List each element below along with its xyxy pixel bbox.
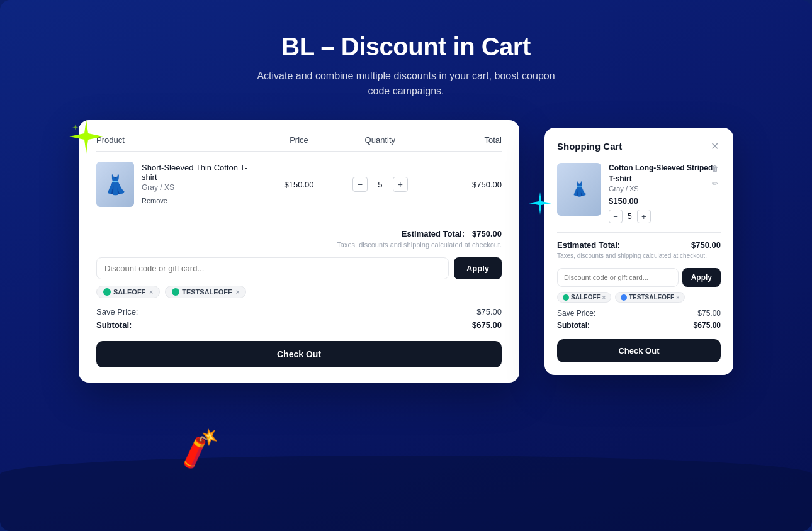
sc-quantity-value: 5 <box>628 212 632 221</box>
sc-delete-button[interactable]: 🗑 <box>709 163 721 174</box>
cart-summary: Estimated Total: $750.00 Taxes, discount… <box>96 220 502 367</box>
product-details: Short-Sleeved Thin Cotton T-shirt Gray /… <box>142 163 259 206</box>
subtotal-label: Subtotal: <box>96 320 132 330</box>
sc-header: Shopping Cart ✕ <box>557 140 721 153</box>
sc-save-row: Save Price: $75.00 <box>557 309 721 318</box>
sc-estimated-label: Estimated Total: <box>557 240 620 250</box>
cart-card-left: Product Price Quantity Total 👗 Short-Sle… <box>79 120 519 383</box>
estimated-total-row: Estimated Total: $750.00 <box>96 229 502 238</box>
tag-close-button[interactable]: × <box>149 289 153 296</box>
sc-edit-button[interactable]: ✏ <box>709 178 721 189</box>
sc-subtotal-label: Subtotal: <box>557 321 590 330</box>
tag-close-button-2[interactable]: × <box>236 289 240 296</box>
checkout-button[interactable]: Check Out <box>96 341 502 367</box>
sc-product-variant: Gray / XS <box>609 185 721 193</box>
sc-save-label: Save Price: <box>557 309 595 318</box>
sc-tag-testsaleoff: TESTSALEOFF × <box>615 292 685 303</box>
quantity-value: 5 <box>374 180 386 189</box>
sc-tag-icon-2 <box>621 294 627 301</box>
sc-product-image: 👗 <box>557 163 601 216</box>
product-price: $150.00 <box>259 180 340 189</box>
save-price-amount: $75.00 <box>476 307 502 316</box>
tag-label: SALEOFF <box>113 288 145 296</box>
sc-title: Shopping Cart <box>557 141 622 152</box>
save-price-row: Save Price: $75.00 <box>96 307 502 316</box>
dynamite-icon: 🧨 <box>176 427 223 471</box>
sc-tag-label-2: TESTSALEOFF <box>629 294 674 301</box>
tag-icon <box>103 288 111 296</box>
sc-close-button[interactable]: ✕ <box>708 140 721 153</box>
sc-tag-close-2[interactable]: × <box>676 294 679 301</box>
sc-product-name: Cotton Long-Sleeved Striped T-shirt <box>609 163 721 184</box>
table-header: Product Price Quantity Total <box>96 135 502 152</box>
sc-tag-close-1[interactable]: × <box>602 294 606 301</box>
sc-tag-label-1: SALEOFF <box>571 294 601 301</box>
tag-testsaleoff: TESTSALEOFF × <box>165 286 246 298</box>
sc-quantity-control: − 5 + <box>609 210 721 223</box>
product-variant: Gray / XS <box>142 183 259 192</box>
sc-estimated-amount: $750.00 <box>691 240 721 250</box>
product-image: 👗 <box>96 162 134 207</box>
tags-row: SALEOFF × TESTSALEOFF × <box>96 286 502 298</box>
sc-tag-saleoff: SALEOFF × <box>557 292 611 303</box>
col-quantity: Quantity <box>339 135 420 145</box>
sc-tags-row: SALEOFF × TESTSALEOFF × <box>557 292 721 303</box>
sc-quantity-decrease-button[interactable]: − <box>609 210 623 223</box>
spark-cyan-icon <box>529 192 551 219</box>
cart-card-right: Shopping Cart ✕ 👗 Cotton Long-Sleeved St… <box>544 128 733 376</box>
page-title: BL – Discount in Cart <box>249 33 563 61</box>
sc-subtotal-amount: $675.00 <box>694 321 721 330</box>
sc-discount-input[interactable] <box>557 268 679 287</box>
apply-button[interactable]: Apply <box>454 257 502 279</box>
discount-input-row: Apply <box>96 257 502 279</box>
sc-subtotal-row: Subtotal: $675.00 <box>557 321 721 330</box>
sc-product-price: $150.00 <box>609 196 721 206</box>
sc-product-row: 👗 Cotton Long-Sleeved Striped T-shirt Gr… <box>557 163 721 224</box>
sc-discount-row: Apply <box>557 268 721 287</box>
estimated-total-label: Estimated Total: <box>402 229 465 238</box>
tax-note: Taxes, discounts and shipping calculated… <box>96 241 502 249</box>
wave-decoration <box>0 456 812 531</box>
cards-row: Product Price Quantity Total 👗 Short-Sle… <box>41 120 771 383</box>
sc-summary: Estimated Total: $750.00 Taxes, discount… <box>557 232 721 362</box>
product-total: $750.00 <box>420 180 502 189</box>
sc-estimated-row: Estimated Total: $750.00 <box>557 240 721 250</box>
subtotal-amount: $675.00 <box>472 320 502 330</box>
sc-quantity-increase-button[interactable]: + <box>637 210 651 223</box>
quantity-control: − 5 + <box>339 177 420 192</box>
background: 🧨 BL – Discount in Cart Activate and com… <box>0 0 812 531</box>
sc-save-amount: $75.00 <box>697 309 721 318</box>
quantity-decrease-button[interactable]: − <box>352 177 368 192</box>
estimated-total-amount: $750.00 <box>472 229 502 238</box>
col-product: Product <box>96 135 259 145</box>
page-header: BL – Discount in Cart Activate and combi… <box>249 0 563 114</box>
subtotal-row: Subtotal: $675.00 <box>96 320 502 330</box>
sc-tax-note: Taxes, discounts and shipping calculated… <box>557 252 721 260</box>
sc-checkout-button[interactable]: Check Out <box>557 339 721 362</box>
product-info: 👗 Short-Sleeved Thin Cotton T-shirt Gray… <box>96 162 259 207</box>
save-price-label: Save Price: <box>96 307 138 316</box>
col-price: Price <box>259 135 340 145</box>
tag-saleoff: SALEOFF × <box>96 286 160 298</box>
tag-icon-2 <box>172 288 179 296</box>
quantity-increase-button[interactable]: + <box>393 177 408 192</box>
sc-tag-icon-1 <box>563 294 569 301</box>
page-subtitle: Activate and combine multiple discounts … <box>249 69 563 99</box>
tag-label-2: TESTSALEOFF <box>182 288 232 296</box>
sc-product-details: Cotton Long-Sleeved Striped T-shirt Gray… <box>609 163 721 224</box>
spark-green-icon <box>69 120 103 160</box>
sc-product-actions: 🗑 ✏ <box>709 163 721 189</box>
discount-input[interactable] <box>96 257 449 279</box>
product-name: Short-Sleeved Thin Cotton T-shirt <box>142 163 259 182</box>
col-total: Total <box>420 135 502 145</box>
sc-apply-button[interactable]: Apply <box>682 268 721 287</box>
remove-button[interactable]: Remove <box>142 197 167 204</box>
table-row: 👗 Short-Sleeved Thin Cotton T-shirt Gray… <box>96 162 502 207</box>
